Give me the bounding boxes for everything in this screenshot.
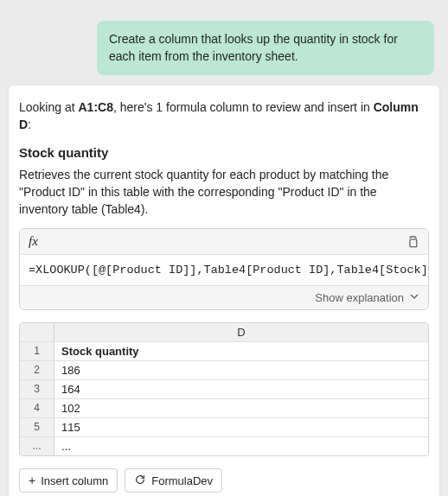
formuladev-label: FormulaDev	[151, 474, 213, 487]
user-message-text: Create a column that looks up the quanti…	[109, 32, 398, 63]
cell-value: Stock quantity	[54, 342, 428, 360]
table-row: 2 186	[20, 361, 428, 380]
table-row: 1 Stock quantity	[20, 342, 428, 361]
cell-value: 102	[54, 399, 428, 417]
insert-column-button[interactable]: + Insert column	[19, 468, 118, 493]
cell-value: 164	[54, 380, 428, 398]
response-card: Looking at A1:C8, here's 1 formula colum…	[9, 86, 439, 496]
column-description: Retrieves the current stock quantity for…	[19, 167, 429, 218]
table-row: ... ...	[20, 437, 428, 455]
table-row: 3 164	[20, 380, 428, 399]
preview-table: D 1 Stock quantity 2 186 3 164 4 102 5 1…	[19, 322, 429, 456]
intro-prefix: Looking at	[19, 100, 79, 114]
svg-rect-0	[410, 239, 417, 247]
cell-value: ...	[54, 437, 428, 455]
copy-icon[interactable]	[406, 235, 419, 249]
show-explanation-label: Show explanation	[315, 291, 404, 304]
row-number: ...	[20, 437, 54, 455]
column-letter-header: D	[54, 323, 428, 341]
formuladev-button[interactable]: FormulaDev	[125, 468, 222, 493]
corner-cell	[20, 323, 54, 341]
cell-value: 186	[54, 361, 428, 379]
cell-value: 115	[54, 418, 428, 436]
chevron-down-icon	[409, 291, 419, 304]
refresh-icon	[134, 474, 146, 487]
formula-code[interactable]: =XLOOKUP([@[Product ID]],Table4[Product …	[20, 255, 428, 286]
row-number: 1	[20, 342, 54, 360]
intro-line: Looking at A1:C8, here's 1 formula colum…	[19, 99, 429, 133]
user-message-bubble: Create a column that looks up the quanti…	[97, 21, 434, 75]
intro-suffix: :	[28, 118, 31, 131]
actions-row: + Insert column FormulaDev	[19, 468, 429, 493]
intro-mid: , here's 1 formula column to review and …	[113, 100, 374, 114]
table-row: 5 115	[20, 418, 428, 437]
formula-block: fx =XLOOKUP([@[Product ID]],Table4[Produ…	[19, 228, 429, 310]
row-number: 3	[20, 380, 54, 398]
row-number: 4	[20, 399, 54, 417]
table-row: 4 102	[20, 399, 428, 418]
column-title: Stock quantity	[19, 145, 429, 160]
insert-column-label: Insert column	[41, 474, 108, 487]
chat-area: Create a column that looks up the quanti…	[0, 0, 448, 86]
plus-icon: +	[29, 474, 35, 486]
table-header-row: D	[20, 323, 428, 342]
formula-header: fx	[20, 229, 428, 255]
show-explanation-button[interactable]: Show explanation	[20, 286, 428, 309]
intro-range: A1:C8	[79, 100, 113, 114]
row-number: 2	[20, 361, 54, 379]
row-number: 5	[20, 418, 54, 436]
fx-label: fx	[29, 234, 38, 249]
